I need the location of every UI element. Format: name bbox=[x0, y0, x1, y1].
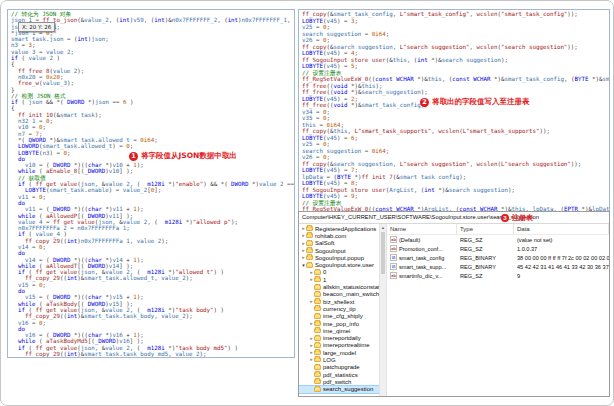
tree-item-beacon_main_switch[interactable]: beacon_main_switch bbox=[299, 291, 379, 298]
folder-icon bbox=[314, 343, 321, 348]
figure-root: // 转化为 JSON 对象json_1 = ff_to_json(&value… bbox=[0, 0, 614, 406]
column-header-name[interactable]: Name bbox=[387, 224, 457, 234]
tree-item-label: 0 bbox=[323, 269, 326, 275]
folder-icon bbox=[314, 350, 321, 355]
tree-item-label: large_model bbox=[323, 350, 356, 356]
registry-editor-window: Computer\HKEY_CURRENT_USER\SOFTWARE\Sogo… bbox=[298, 211, 610, 397]
tree-item-label: LOG bbox=[323, 357, 336, 363]
coordinates-tooltip: X: 20 Y: 26 bbox=[18, 22, 55, 32]
value-name: smart_task_supp... bbox=[399, 264, 446, 270]
right-code-panel: ff_copy(&smart_task_config, L"smart_task… bbox=[298, 9, 610, 213]
tree-item-ime_qimei[interactable]: ime_qimei bbox=[299, 327, 379, 334]
value-data: 1.0.0.37 bbox=[514, 246, 609, 252]
value-data: 9 bbox=[514, 273, 609, 279]
tree-item-SogouInput[interactable]: ▸SogouInput bbox=[299, 247, 379, 254]
reg-string-icon: ab bbox=[390, 236, 397, 243]
tree-item-1[interactable]: ▸1 bbox=[299, 276, 379, 283]
tree-item-label: biz_shellext bbox=[323, 299, 354, 305]
decompiled-registry-write-code: ff_copy(&smart_task_config, L"smart_task… bbox=[299, 10, 609, 213]
reg-binary-icon: 01 bbox=[390, 254, 397, 261]
annotation-extract-json: 1 将字段值从JSON数据中取出 bbox=[129, 151, 237, 161]
annotation-write-registry: 2 将取出的字段值写入至注册表 bbox=[420, 97, 530, 107]
tree-item-pdf_switch[interactable]: pdf_switch bbox=[299, 378, 379, 385]
folder-icon bbox=[314, 379, 321, 384]
folder-icon bbox=[306, 226, 313, 231]
folder-icon bbox=[314, 285, 321, 290]
tree-scrollbar[interactable]: ▲ bbox=[379, 224, 386, 396]
tree-item-label: imereportdaily bbox=[323, 335, 361, 341]
tree-item-patchupgrade[interactable]: patchupgrade bbox=[299, 364, 379, 371]
tree-item-0[interactable]: ▸0 bbox=[299, 269, 379, 276]
tree-item-currency_tip[interactable]: currency_tip bbox=[299, 305, 379, 312]
value-data: 38 00 00 00 ff ff ff 7f 2c 00 02 00 02 0… bbox=[514, 255, 609, 261]
tree-item-SalSoft[interactable]: ▸SalSoft bbox=[299, 240, 379, 247]
circled-1-icon: 1 bbox=[129, 152, 138, 161]
tree-item-allskin_statusiconstatus[interactable]: allskin_statusiconstatus bbox=[299, 283, 379, 290]
folder-icon bbox=[314, 387, 321, 392]
tree-item-label: imereportrealtime bbox=[323, 342, 370, 348]
tree-item-label: ime_cfg_shiply bbox=[323, 313, 363, 319]
tree-item-label: patchupgrade bbox=[323, 364, 360, 370]
reg-binary-icon: 01 bbox=[390, 263, 397, 270]
tree-item-label: 1 bbox=[323, 277, 326, 283]
tree-item-label: RegisteredApplications bbox=[315, 226, 376, 232]
folder-icon bbox=[314, 365, 321, 370]
tree-item-search_suggestion[interactable]: search_suggestion bbox=[299, 386, 379, 393]
tree-item-ime_cfg_shiply[interactable]: ime_cfg_shiply bbox=[299, 313, 379, 320]
folder-icon bbox=[306, 241, 313, 246]
value-name: Promotion_conf... bbox=[399, 246, 443, 252]
reg-string-icon: ab bbox=[390, 245, 397, 252]
column-header-type[interactable]: Type bbox=[457, 224, 514, 234]
tree-item-pdf_statistics[interactable]: pdf_statistics bbox=[299, 371, 379, 378]
folder-icon bbox=[314, 357, 321, 362]
folder-icon bbox=[314, 306, 321, 311]
registry-key-tree: ▸RegisteredApplications▸rohitab.com▸SalS… bbox=[299, 224, 379, 396]
tree-item-ime_pop_info[interactable]: ▸ime_pop_info bbox=[299, 320, 379, 327]
annotation-3-text: 注册表 bbox=[512, 213, 533, 223]
registry-address-bar[interactable]: Computer\HKEY_CURRENT_USER\SOFTWARE\Sogo… bbox=[299, 212, 609, 224]
value-type: REG_SZ bbox=[457, 237, 514, 243]
tree-item-biz_shellext[interactable]: ▸biz_shellext bbox=[299, 298, 379, 305]
folder-icon bbox=[314, 372, 321, 377]
tree-item-label: allskin_statusiconstatus bbox=[323, 284, 379, 290]
tree-item-imereportrealtime[interactable]: ▸imereportrealtime bbox=[299, 342, 379, 349]
value-data: (value not set) bbox=[514, 237, 609, 243]
folder-icon bbox=[314, 292, 321, 297]
folder-icon bbox=[314, 321, 321, 326]
tree-item-SogouInput.store.user[interactable]: ▾SogouInput.store.user bbox=[299, 261, 379, 268]
tree-item-large_model[interactable]: ▸large_model bbox=[299, 349, 379, 356]
tree-item-label: pdf_statistics bbox=[323, 372, 358, 378]
tree-item-label: SogouInput bbox=[315, 248, 346, 254]
folder-icon bbox=[306, 248, 313, 253]
tree-item-label: pdf_switch bbox=[323, 379, 351, 385]
registry-value-row[interactable]: 01smart_task_configREG_BINARY38 00 00 00… bbox=[387, 253, 609, 262]
tree-item-LOG[interactable]: ▸LOG bbox=[299, 356, 379, 363]
value-type: REG_BINARY bbox=[457, 264, 514, 270]
folder-icon bbox=[314, 336, 321, 341]
folder-icon bbox=[314, 328, 321, 333]
column-header-data[interactable]: Data bbox=[514, 224, 609, 234]
tree-item-RegisteredApplications[interactable]: ▸RegisteredApplications bbox=[299, 225, 379, 232]
registry-value-row[interactable]: 01smart_task_supp...REG_BINARY45 42 42 3… bbox=[387, 262, 609, 271]
scroll-up-icon[interactable]: ▲ bbox=[380, 224, 386, 231]
scrollbar-thumb[interactable] bbox=[381, 232, 385, 274]
folder-icon bbox=[314, 299, 321, 304]
registry-value-row[interactable]: absmartinfo_dic_v...REG_SZ9 bbox=[387, 271, 609, 280]
registry-value-list: Name Type Data ab(Default)REG_SZ(value n… bbox=[386, 224, 609, 396]
tree-item-imereportdaily[interactable]: ▸imereportdaily bbox=[299, 334, 379, 341]
tree-item-label: search_suggestion bbox=[323, 386, 373, 392]
value-list-header: Name Type Data bbox=[387, 224, 609, 235]
value-type: REG_SZ bbox=[457, 273, 514, 279]
tree-item-rohitab.com[interactable]: ▸rohitab.com bbox=[299, 232, 379, 239]
tree-item-SogouInput.popup[interactable]: ▸SogouInput.popup bbox=[299, 254, 379, 261]
tree-item-label: SogouInput.store.user bbox=[315, 262, 374, 268]
tree-item-label: SalSoft bbox=[315, 240, 334, 246]
value-type: REG_SZ bbox=[457, 246, 514, 252]
registry-value-row[interactable]: ab(Default)REG_SZ(value not set) bbox=[387, 235, 609, 244]
annotation-registry-label: 3 注册表 bbox=[501, 213, 533, 223]
folder-icon bbox=[306, 255, 313, 260]
folder-icon bbox=[306, 233, 313, 238]
annotation-2-text: 将取出的字段值写入至注册表 bbox=[432, 97, 530, 107]
registry-value-row[interactable]: abPromotion_conf...REG_SZ1.0.0.37 bbox=[387, 244, 609, 253]
tree-item-label: rohitab.com bbox=[315, 233, 346, 239]
